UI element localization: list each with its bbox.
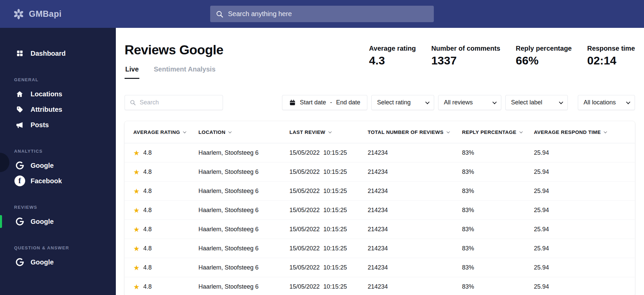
sidebar-item-label: Facebook xyxy=(31,177,62,185)
dropdown-value: Select label xyxy=(511,99,542,106)
stat-label: Number of comments xyxy=(431,45,500,52)
logo-text: GMBapi xyxy=(29,9,61,19)
table-row[interactable]: ★ 4.8 Haarlem, Stoofsteeg 6 15/05/2022 1… xyxy=(125,258,635,277)
reply-percentage-cell: 83% xyxy=(462,207,534,214)
sidebar-item-locations[interactable]: Locations xyxy=(0,86,116,102)
review-time: 10:15:25 xyxy=(323,264,347,271)
sidebar-item-attributes[interactable]: Attributes xyxy=(0,102,116,117)
table-header-cell[interactable]: Total number of reviews xyxy=(368,129,462,135)
location-cell: Haarlem, Stoofsteeg 6 xyxy=(198,168,289,176)
review-time: 10:15:25 xyxy=(323,207,347,214)
calendar-icon xyxy=(289,99,296,106)
total-reviews-cell: 214234 xyxy=(368,168,462,176)
total-reviews-cell: 214234 xyxy=(368,188,462,195)
rating-value: 4.8 xyxy=(143,264,152,271)
date-range-picker[interactable]: Start date - End date xyxy=(282,95,367,110)
average-rating-cell: ★ 4.8 xyxy=(133,149,198,156)
all-locations-dropdown[interactable]: All locations xyxy=(578,95,635,110)
table-header-cell[interactable]: Location xyxy=(198,129,289,135)
last-review-cell: 15/05/2022 10:15:25 xyxy=(289,226,368,233)
sidebar-item-qa-google[interactable]: Google xyxy=(0,254,116,270)
sidebar: Dashboard General Locations Attributes P… xyxy=(0,28,116,295)
star-icon: ★ xyxy=(133,149,140,156)
header-label: Average respond time xyxy=(534,129,601,135)
table-search-input[interactable] xyxy=(140,99,218,106)
table-header-cell[interactable]: Average rating xyxy=(133,129,198,135)
megaphone-icon xyxy=(14,121,25,129)
global-search-bar[interactable] xyxy=(210,6,434,22)
table-row[interactable]: ★ 4.8 Haarlem, Stoofsteeg 6 15/05/2022 1… xyxy=(125,143,635,162)
last-review-cell: 15/05/2022 10:15:25 xyxy=(289,207,368,214)
star-icon: ★ xyxy=(133,264,140,271)
average-rating-cell: ★ 4.8 xyxy=(133,168,198,176)
sidebar-item-analytics-google[interactable]: Google xyxy=(0,158,116,173)
sidebar-item-analytics-facebook[interactable]: f Facebook xyxy=(0,173,116,189)
google-icon xyxy=(14,257,25,267)
page-head: Reviews Google Live Sentiment Analysis A… xyxy=(125,43,635,79)
table-row[interactable]: ★ 4.8 Haarlem, Stoofsteeg 6 15/05/2022 1… xyxy=(125,162,635,182)
star-icon: ★ xyxy=(133,245,140,252)
last-review-cell: 15/05/2022 10:15:25 xyxy=(289,264,368,271)
stat-value: 66% xyxy=(516,54,572,67)
global-search-input[interactable] xyxy=(228,10,428,18)
location-cell: Haarlem, Stoofsteeg 6 xyxy=(198,207,289,214)
google-icon xyxy=(14,217,25,226)
header-label: Total number of reviews xyxy=(368,129,444,135)
sidebar-item-dashboard[interactable]: Dashboard xyxy=(0,46,116,61)
tag-icon xyxy=(14,106,25,113)
sidebar-item-label: Locations xyxy=(31,90,62,98)
tab-live[interactable]: Live xyxy=(125,65,139,79)
select-rating-dropdown[interactable]: Select rating xyxy=(371,95,434,110)
sidebar-item-label: Posts xyxy=(31,121,49,129)
sort-chevron-icon xyxy=(447,130,450,133)
stat-block: Response time 02:14 xyxy=(587,45,635,67)
dropdown-value: All reviews xyxy=(444,99,473,106)
app: GMBapi Dashboard General Locations xyxy=(0,0,644,295)
chevron-down-icon xyxy=(493,100,497,104)
stat-value: 02:14 xyxy=(587,54,635,67)
table-header-cell[interactable]: Average respond time xyxy=(534,129,635,135)
table-row[interactable]: ★ 4.8 Haarlem, Stoofsteeg 6 15/05/2022 1… xyxy=(125,220,635,239)
table-row[interactable]: ★ 4.8 Haarlem, Stoofsteeg 6 15/05/2022 1… xyxy=(125,201,635,220)
table-row[interactable]: ★ 4.8 Haarlem, Stoofsteeg 6 15/05/2022 1… xyxy=(125,277,635,295)
star-icon: ★ xyxy=(133,168,140,176)
sidebar-item-label: Google xyxy=(31,218,54,226)
rating-value: 4.8 xyxy=(143,188,152,195)
table-row[interactable]: ★ 4.8 Haarlem, Stoofsteeg 6 15/05/2022 1… xyxy=(125,182,635,201)
table-header-cell[interactable]: Reply percentage xyxy=(462,129,534,135)
search-icon xyxy=(216,10,224,18)
sort-chevron-icon xyxy=(519,130,523,133)
average-rating-cell: ★ 4.8 xyxy=(133,188,198,195)
header-label: Average rating xyxy=(133,129,180,135)
sort-chevron-icon xyxy=(604,130,607,133)
reply-percentage-cell: 83% xyxy=(462,188,534,195)
sidebar-item-reviews-google[interactable]: Google xyxy=(0,214,116,229)
dropdown-value: All locations xyxy=(584,99,616,106)
table-row[interactable]: ★ 4.8 Haarlem, Stoofsteeg 6 15/05/2022 1… xyxy=(125,239,635,258)
header-label: Reply percentage xyxy=(462,129,516,135)
star-icon: ★ xyxy=(133,188,140,195)
respond-time-cell: 25.94 xyxy=(534,168,635,176)
average-rating-cell: ★ 4.8 xyxy=(133,283,198,290)
last-review-cell: 15/05/2022 10:15:25 xyxy=(289,283,368,290)
select-label-dropdown[interactable]: Select label xyxy=(505,95,568,110)
review-date: 15/05/2022 xyxy=(289,245,320,252)
review-time: 10:15:25 xyxy=(323,149,347,156)
date-end-label: End date xyxy=(336,99,360,106)
header-label: Last review xyxy=(289,129,325,135)
review-date: 15/05/2022 xyxy=(289,226,320,233)
last-review-cell: 15/05/2022 10:15:25 xyxy=(289,188,368,195)
location-cell: Haarlem, Stoofsteeg 6 xyxy=(198,149,289,156)
stat-label: Reply percentage xyxy=(516,45,572,52)
date-start-label: Start date xyxy=(300,99,326,106)
respond-time-cell: 25.94 xyxy=(534,149,635,156)
review-time: 10:15:25 xyxy=(323,283,347,290)
table-search-field[interactable] xyxy=(125,95,223,110)
tab-sentiment-analysis[interactable]: Sentiment Analysis xyxy=(153,65,216,79)
sidebar-item-posts[interactable]: Posts xyxy=(0,117,116,133)
all-reviews-dropdown[interactable]: All reviews xyxy=(438,95,501,110)
respond-time-cell: 25.94 xyxy=(534,188,635,195)
star-icon: ★ xyxy=(133,283,140,290)
table-header-cell[interactable]: Last review xyxy=(289,129,368,135)
logo[interactable]: GMBapi xyxy=(0,8,61,20)
